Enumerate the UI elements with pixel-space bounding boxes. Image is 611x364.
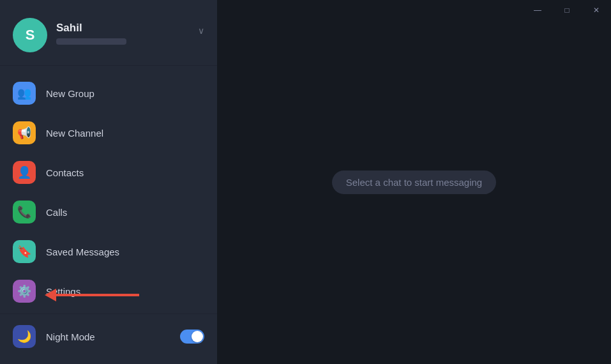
new-group-label: New Group bbox=[46, 88, 204, 99]
empty-state-message: Select a chat to start messaging bbox=[332, 171, 496, 194]
maximize-button[interactable]: □ bbox=[552, 0, 582, 20]
user-name: Sahil bbox=[56, 22, 204, 34]
contacts-icon: 👤 bbox=[13, 161, 36, 184]
divider bbox=[0, 65, 217, 66]
settings-label: Settings bbox=[46, 286, 204, 297]
settings-icon: ⚙️ bbox=[13, 280, 36, 303]
night-mode-icon: 🌙 bbox=[13, 325, 36, 348]
user-status-bar bbox=[56, 38, 126, 45]
main-area: Select a chat to start messaging bbox=[217, 0, 611, 364]
new-channel-label: New Channel bbox=[46, 128, 204, 139]
close-button[interactable]: ✕ bbox=[582, 0, 611, 20]
sidebar-item-new-channel[interactable]: 📢 New Channel bbox=[0, 113, 217, 153]
new-group-icon: 👥 bbox=[13, 82, 36, 105]
sidebar-item-calls[interactable]: 📞 Calls bbox=[0, 192, 217, 232]
user-header: S Sahil ∨ bbox=[0, 0, 217, 63]
night-mode-label: Night Mode bbox=[46, 331, 170, 342]
contacts-label: Contacts bbox=[46, 167, 204, 178]
sidebar-item-contacts[interactable]: 👤 Contacts bbox=[0, 153, 217, 192]
sidebar-item-saved-messages[interactable]: 🔖 Saved Messages bbox=[0, 232, 217, 271]
toggle-thumb bbox=[192, 331, 203, 342]
sidebar-item-night-mode[interactable]: 🌙 Night Mode bbox=[0, 317, 217, 356]
saved-messages-icon: 🔖 bbox=[13, 240, 36, 263]
titlebar: — □ ✕ bbox=[523, 0, 611, 20]
user-info: Sahil bbox=[56, 18, 204, 45]
menu-list: 👥 New Group 📢 New Channel 👤 Contacts 📞 C… bbox=[0, 68, 217, 364]
sidebar: S Sahil ∨ 👥 New Group 📢 New Channel 👤 Co… bbox=[0, 0, 217, 364]
minimize-button[interactable]: — bbox=[523, 0, 552, 20]
chevron-down-icon[interactable]: ∨ bbox=[198, 26, 204, 36]
app-layout: S Sahil ∨ 👥 New Group 📢 New Channel 👤 Co… bbox=[0, 0, 611, 364]
sidebar-item-settings[interactable]: ⚙️ Settings bbox=[0, 271, 217, 311]
sidebar-item-new-group[interactable]: 👥 New Group bbox=[0, 73, 217, 113]
calls-icon: 📞 bbox=[13, 201, 36, 224]
avatar[interactable]: S bbox=[13, 18, 47, 52]
night-mode-toggle[interactable] bbox=[180, 330, 204, 344]
divider-2 bbox=[0, 314, 217, 314]
saved-messages-label: Saved Messages bbox=[46, 246, 204, 257]
new-channel-icon: 📢 bbox=[13, 121, 36, 144]
calls-label: Calls bbox=[46, 207, 204, 218]
